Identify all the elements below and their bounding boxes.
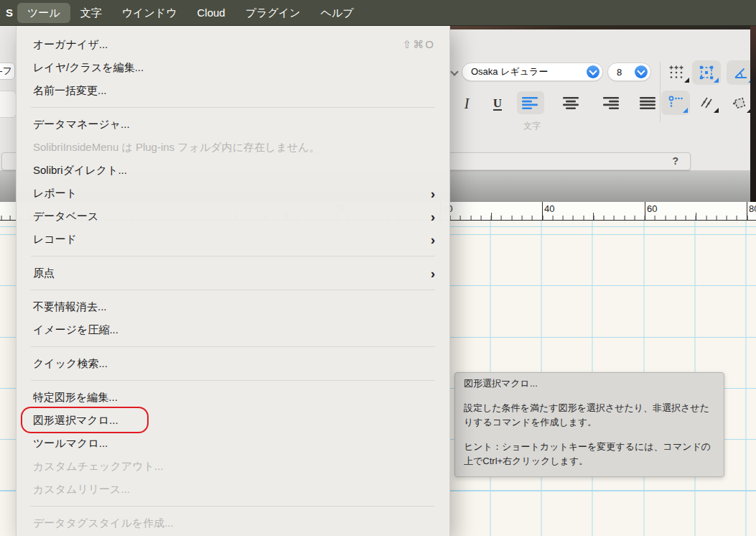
font-size-value: 8 (617, 67, 622, 78)
menu-item-label: 原点 (33, 267, 431, 280)
submenu-arrow-icon: › (431, 210, 435, 223)
menu-item-label: 特定図形を編集... (33, 391, 435, 405)
point-snap-icon (668, 95, 683, 111)
menu-item-label: ツールマクロ... (33, 437, 435, 450)
tooltip-hint: ヒント：ショートカットキーを変更するには、コマンドの上でCtrl+右クリックしま… (464, 440, 715, 468)
menu-item-label: データベース (33, 210, 431, 223)
menu-item[interactable]: レコード› (17, 228, 449, 251)
align-justify-icon (640, 97, 657, 109)
chevron-down-icon[interactable] (451, 69, 458, 75)
align-center-button[interactable] (558, 91, 585, 114)
menu-item: データタグスタイルを作成... (17, 512, 449, 535)
align-justify-button[interactable] (635, 91, 662, 114)
font-select-value: Osaka レギュラー (471, 65, 548, 78)
menu-item: SolibriInsideMenu は Plug-ins フォルダ内に存在しませ… (17, 136, 449, 159)
align-right-button[interactable] (598, 91, 625, 114)
angle-snap-icon (733, 65, 749, 80)
flyout-triangle-icon (684, 78, 689, 83)
ruler-major-tick (645, 202, 645, 220)
menubar-item-item[interactable]: ヘルプ (310, 3, 363, 23)
submenu-arrow-icon: › (431, 187, 435, 200)
menu-item-label: カスタムチェックアウト... (33, 460, 435, 473)
menubar-items: ツール文字ウインドウCloudプラグインヘルプ (17, 3, 364, 23)
underline-icon: U (493, 97, 502, 111)
menu-item[interactable]: レポート› (17, 182, 449, 205)
menu-item[interactable]: Solibriダイレクト... (17, 159, 449, 182)
font-select[interactable]: Osaka レギュラー (462, 63, 603, 81)
ruler-label: 60 (647, 203, 657, 214)
command-tooltip: 図形選択マクロ... 設定した条件を満たす図形を選択させたり、非選択させたりする… (454, 372, 724, 477)
menubar-item-active[interactable]: ツール (17, 3, 70, 23)
font-size-chevron-icon[interactable] (635, 65, 648, 78)
menubar-item-item[interactable]: プラグイン (235, 3, 311, 23)
menu-item[interactable]: クイック検索... (17, 352, 449, 375)
menu-separator (31, 346, 435, 347)
menu-item[interactable]: 特定図形を編集... (17, 386, 449, 409)
menu-separator (31, 290, 435, 290)
clipped-control[interactable] (0, 91, 17, 118)
menu-item-label: データマネージャ... (33, 118, 435, 131)
menu-item[interactable]: オーガナイザ...⇧⌘O (17, 33, 449, 56)
menu-item-shortcut: ⇧⌘O (403, 38, 435, 51)
align-left-button[interactable] (517, 91, 544, 114)
menu-separator (31, 380, 435, 381)
align-left-icon (522, 97, 539, 109)
menu-item[interactable]: レイヤ/クラスを編集... (17, 56, 449, 79)
font-size-select[interactable]: 8 (607, 63, 651, 81)
clipped-layer-dropdown[interactable]: -フ (0, 63, 15, 80)
grid-snap-button[interactable] (663, 60, 691, 85)
ruler-major-tick (542, 202, 543, 220)
rotated-box-snap-button[interactable] (725, 91, 754, 115)
menu-item-label: SolibriInsideMenu は Plug-ins フォルダ内に存在しませ… (33, 141, 435, 154)
intersection-snap-icon (699, 95, 714, 111)
menubar-app-partial[interactable]: S (4, 6, 17, 19)
menu-item-label: データタグスタイルを作成... (33, 517, 435, 530)
menu-item-label: Solibriダイレクト... (33, 164, 435, 177)
menu-item-label: 名前一括変更... (33, 84, 435, 98)
tools-menu: オーガナイザ...⇧⌘Oレイヤ/クラスを編集...名前一括変更...データマネー… (16, 26, 450, 536)
submenu-arrow-icon: › (431, 233, 435, 246)
font-select-chevron-icon[interactable] (587, 65, 599, 78)
ruler-major-tick (747, 202, 747, 220)
align-center-icon (563, 97, 580, 109)
rotated-box-snap-icon (732, 95, 747, 111)
menubar: S ツール文字ウインドウCloudプラグインヘルプ (0, 0, 756, 26)
help-button[interactable]: ? (672, 155, 678, 167)
flyout-triangle-icon (683, 108, 688, 113)
ruler-label: 80 (749, 203, 756, 214)
menu-item-label: レポート (33, 187, 431, 200)
menu-item: カスタムリリース... (17, 478, 449, 501)
submenu-arrow-icon: › (431, 267, 435, 280)
object-snap-button[interactable] (692, 60, 721, 85)
flyout-triangle-icon (714, 108, 719, 113)
menu-item[interactable]: 原点› (17, 262, 449, 285)
menu-item-label: イメージを圧縮... (33, 323, 435, 337)
point-snap-button[interactable] (661, 91, 690, 115)
menu-separator (31, 107, 435, 108)
menu-item[interactable]: 不要情報消去... (17, 295, 449, 318)
menu-item-label: レイヤ/クラスを編集... (33, 61, 435, 75)
intersection-snap-button[interactable] (692, 91, 721, 115)
menu-item-label: レコード (33, 233, 431, 246)
menu-item-label: オーガナイザ... (33, 38, 403, 52)
toolbar-divider (660, 62, 661, 122)
menu-item[interactable]: ツールマクロ... (17, 432, 449, 455)
desktop-wallpaper-strip (450, 26, 756, 29)
menu-item[interactable]: 名前一括変更... (17, 79, 449, 102)
menubar-item-item[interactable]: Cloud (187, 3, 235, 23)
menu-separator (31, 256, 435, 257)
menu-separator (31, 506, 435, 507)
tooltip-title: 図形選択マクロ... (464, 376, 715, 391)
menu-item[interactable]: データベース› (17, 205, 449, 228)
menu-item[interactable]: 図形選択マクロ... (17, 409, 449, 432)
menu-item[interactable]: イメージを圧縮... (17, 318, 449, 341)
menu-item[interactable]: データマネージャ... (17, 113, 449, 136)
align-right-icon (603, 97, 620, 109)
object-snap-icon (699, 65, 714, 80)
underline-button[interactable]: U (488, 93, 507, 115)
italic-button[interactable]: I (458, 93, 475, 115)
menu-item: カスタムチェックアウト... (17, 455, 449, 478)
menubar-item-item[interactable]: ウインドウ (112, 3, 187, 23)
menubar-item-item[interactable]: 文字 (70, 3, 112, 23)
desktop-edge-strip (750, 26, 756, 202)
